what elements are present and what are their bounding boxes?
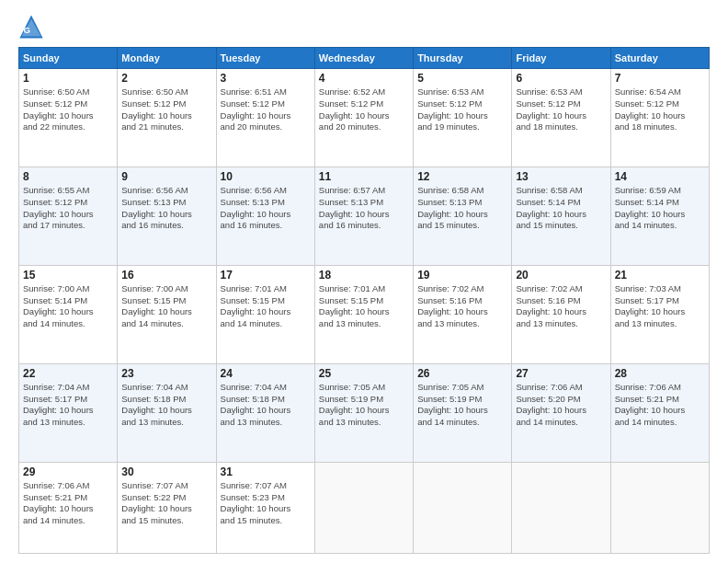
day-info: Sunrise: 6:51 AM Sunset: 5:12 PM Dayligh… — [221, 86, 311, 133]
day-info: Sunrise: 7:02 AM Sunset: 5:16 PM Dayligh… — [417, 283, 507, 330]
day-info: Sunrise: 7:05 AM Sunset: 5:19 PM Dayligh… — [319, 382, 409, 429]
day-number: 9 — [121, 170, 211, 183]
day-number: 29 — [23, 465, 113, 478]
day-info: Sunrise: 6:54 AM Sunset: 5:12 PM Dayligh… — [615, 86, 705, 133]
calendar-week-row: 8Sunrise: 6:55 AM Sunset: 5:12 PM Daylig… — [19, 167, 710, 265]
calendar-cell: 13Sunrise: 6:58 AM Sunset: 5:14 PM Dayli… — [512, 167, 610, 265]
calendar-cell: 10Sunrise: 6:56 AM Sunset: 5:13 PM Dayli… — [216, 167, 314, 265]
day-info: Sunrise: 6:53 AM Sunset: 5:12 PM Dayligh… — [516, 86, 606, 133]
day-info: Sunrise: 7:01 AM Sunset: 5:15 PM Dayligh… — [319, 283, 409, 330]
calendar: SundayMondayTuesdayWednesdayThursdayFrid… — [18, 47, 710, 554]
day-number: 25 — [319, 367, 409, 380]
calendar-cell: 20Sunrise: 7:02 AM Sunset: 5:16 PM Dayli… — [512, 265, 610, 363]
day-number: 21 — [615, 269, 705, 282]
day-info: Sunrise: 7:04 AM Sunset: 5:17 PM Dayligh… — [23, 382, 113, 429]
day-number: 24 — [221, 367, 311, 380]
header: G — [18, 14, 710, 40]
weekday-header-saturday: Saturday — [610, 48, 709, 69]
day-number: 31 — [221, 465, 311, 478]
calendar-cell: 17Sunrise: 7:01 AM Sunset: 5:15 PM Dayli… — [216, 265, 314, 363]
day-info: Sunrise: 6:58 AM Sunset: 5:14 PM Dayligh… — [516, 185, 606, 232]
day-number: 6 — [516, 72, 606, 85]
day-number: 18 — [319, 269, 409, 282]
calendar-cell: 21Sunrise: 7:03 AM Sunset: 5:17 PM Dayli… — [610, 265, 709, 363]
day-info: Sunrise: 7:04 AM Sunset: 5:18 PM Dayligh… — [121, 382, 211, 429]
calendar-week-row: 29Sunrise: 7:06 AM Sunset: 5:21 PM Dayli… — [19, 462, 710, 553]
calendar-cell: 16Sunrise: 7:00 AM Sunset: 5:15 PM Dayli… — [118, 265, 216, 363]
day-info: Sunrise: 6:50 AM Sunset: 5:12 PM Dayligh… — [121, 86, 211, 133]
calendar-cell: 23Sunrise: 7:04 AM Sunset: 5:18 PM Dayli… — [118, 363, 216, 462]
calendar-cell: 4Sunrise: 6:52 AM Sunset: 5:12 PM Daylig… — [314, 69, 413, 167]
calendar-cell: 29Sunrise: 7:06 AM Sunset: 5:21 PM Dayli… — [19, 462, 118, 553]
day-number: 16 — [121, 269, 211, 282]
day-info: Sunrise: 6:58 AM Sunset: 5:13 PM Dayligh… — [417, 185, 507, 232]
day-number: 8 — [23, 170, 113, 183]
day-number: 4 — [319, 72, 409, 85]
day-number: 28 — [615, 367, 705, 380]
calendar-cell: 8Sunrise: 6:55 AM Sunset: 5:12 PM Daylig… — [19, 167, 118, 265]
day-number: 17 — [221, 269, 311, 282]
calendar-cell: 27Sunrise: 7:06 AM Sunset: 5:20 PM Dayli… — [512, 363, 610, 462]
calendar-cell: 1Sunrise: 6:50 AM Sunset: 5:12 PM Daylig… — [19, 69, 118, 167]
calendar-cell: 15Sunrise: 7:00 AM Sunset: 5:14 PM Dayli… — [19, 265, 118, 363]
day-number: 1 — [23, 72, 113, 85]
calendar-cell — [314, 462, 413, 553]
calendar-cell: 26Sunrise: 7:05 AM Sunset: 5:19 PM Dayli… — [414, 363, 512, 462]
day-info: Sunrise: 7:01 AM Sunset: 5:15 PM Dayligh… — [221, 283, 311, 330]
day-info: Sunrise: 6:53 AM Sunset: 5:12 PM Dayligh… — [417, 86, 507, 133]
day-number: 7 — [615, 72, 705, 85]
day-info: Sunrise: 6:50 AM Sunset: 5:12 PM Dayligh… — [23, 86, 113, 133]
day-info: Sunrise: 7:04 AM Sunset: 5:18 PM Dayligh… — [221, 382, 311, 429]
page: G SundayMondayTuesdayWednesdayThursdayFr… — [0, 0, 728, 563]
day-info: Sunrise: 6:57 AM Sunset: 5:13 PM Dayligh… — [319, 185, 409, 232]
calendar-cell: 30Sunrise: 7:07 AM Sunset: 5:22 PM Dayli… — [118, 462, 216, 553]
day-number: 23 — [121, 367, 211, 380]
day-info: Sunrise: 6:52 AM Sunset: 5:12 PM Dayligh… — [319, 86, 409, 133]
calendar-cell: 31Sunrise: 7:07 AM Sunset: 5:23 PM Dayli… — [216, 462, 314, 553]
calendar-cell — [512, 462, 610, 553]
day-info: Sunrise: 6:55 AM Sunset: 5:12 PM Dayligh… — [23, 185, 113, 232]
calendar-cell: 11Sunrise: 6:57 AM Sunset: 5:13 PM Dayli… — [314, 167, 413, 265]
day-number: 12 — [417, 170, 507, 183]
day-info: Sunrise: 7:05 AM Sunset: 5:19 PM Dayligh… — [417, 382, 507, 429]
day-number: 13 — [516, 170, 606, 183]
calendar-week-row: 1Sunrise: 6:50 AM Sunset: 5:12 PM Daylig… — [19, 69, 710, 167]
day-number: 5 — [417, 72, 507, 85]
svg-text:G: G — [24, 25, 31, 35]
weekday-header-wednesday: Wednesday — [314, 48, 413, 69]
calendar-cell: 3Sunrise: 6:51 AM Sunset: 5:12 PM Daylig… — [216, 69, 314, 167]
calendar-week-row: 15Sunrise: 7:00 AM Sunset: 5:14 PM Dayli… — [19, 265, 710, 363]
weekday-header-row: SundayMondayTuesdayWednesdayThursdayFrid… — [19, 48, 710, 69]
weekday-header-monday: Monday — [118, 48, 216, 69]
day-number: 14 — [615, 170, 705, 183]
calendar-week-row: 22Sunrise: 7:04 AM Sunset: 5:17 PM Dayli… — [19, 363, 710, 462]
day-info: Sunrise: 6:56 AM Sunset: 5:13 PM Dayligh… — [221, 185, 311, 232]
day-number: 22 — [23, 367, 113, 380]
day-info: Sunrise: 6:59 AM Sunset: 5:14 PM Dayligh… — [615, 185, 705, 232]
calendar-cell: 24Sunrise: 7:04 AM Sunset: 5:18 PM Dayli… — [216, 363, 314, 462]
day-info: Sunrise: 7:00 AM Sunset: 5:14 PM Dayligh… — [23, 283, 113, 330]
calendar-cell: 14Sunrise: 6:59 AM Sunset: 5:14 PM Dayli… — [610, 167, 709, 265]
calendar-cell: 5Sunrise: 6:53 AM Sunset: 5:12 PM Daylig… — [414, 69, 512, 167]
day-info: Sunrise: 7:07 AM Sunset: 5:22 PM Dayligh… — [121, 480, 211, 527]
calendar-cell: 18Sunrise: 7:01 AM Sunset: 5:15 PM Dayli… — [314, 265, 413, 363]
day-info: Sunrise: 7:02 AM Sunset: 5:16 PM Dayligh… — [516, 283, 606, 330]
logo-icon: G — [18, 14, 44, 40]
calendar-cell: 2Sunrise: 6:50 AM Sunset: 5:12 PM Daylig… — [118, 69, 216, 167]
day-number: 27 — [516, 367, 606, 380]
day-number: 10 — [221, 170, 311, 183]
calendar-cell: 25Sunrise: 7:05 AM Sunset: 5:19 PM Dayli… — [314, 363, 413, 462]
calendar-cell — [414, 462, 512, 553]
day-info: Sunrise: 7:06 AM Sunset: 5:21 PM Dayligh… — [615, 382, 705, 429]
day-number: 2 — [121, 72, 211, 85]
calendar-cell — [610, 462, 709, 553]
day-number: 15 — [23, 269, 113, 282]
calendar-cell: 9Sunrise: 6:56 AM Sunset: 5:13 PM Daylig… — [118, 167, 216, 265]
day-number: 26 — [417, 367, 507, 380]
calendar-cell: 22Sunrise: 7:04 AM Sunset: 5:17 PM Dayli… — [19, 363, 118, 462]
day-number: 19 — [417, 269, 507, 282]
day-info: Sunrise: 7:00 AM Sunset: 5:15 PM Dayligh… — [121, 283, 211, 330]
weekday-header-thursday: Thursday — [414, 48, 512, 69]
day-number: 20 — [516, 269, 606, 282]
weekday-header-tuesday: Tuesday — [216, 48, 314, 69]
